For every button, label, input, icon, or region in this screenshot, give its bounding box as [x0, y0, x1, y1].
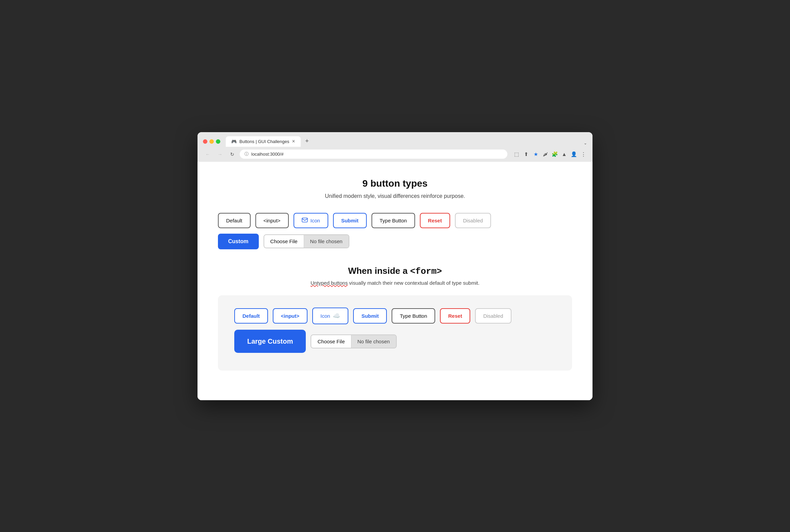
svg-rect-0 — [302, 218, 307, 222]
mail-icon — [302, 217, 308, 224]
icon-button[interactable]: Icon — [294, 213, 328, 228]
button-row-2: Custom Choose File No file chosen — [218, 234, 572, 249]
browser-window: 🎮 Buttons | GUI Challenges ✕ + ⌄ ← → ↻ ⓘ… — [198, 132, 592, 400]
form-icon-button[interactable]: Icon ☁️ — [312, 308, 348, 324]
choose-file-button[interactable]: Choose File — [264, 235, 304, 248]
form-input-button[interactable]: <input> — [273, 308, 307, 324]
type-button-button[interactable]: Type Button — [372, 213, 415, 228]
close-window-button[interactable] — [203, 139, 207, 144]
share-icon[interactable]: ⬆ — [522, 151, 530, 158]
file-input-wrapper: Choose File No file chosen — [264, 234, 349, 248]
bookmark-icon[interactable]: ★ — [532, 151, 539, 158]
button-row-1: Default <input> Icon Submit Type Button … — [218, 213, 572, 228]
extensions-icon[interactable]: 🧩 — [551, 151, 558, 158]
tab-close-button[interactable]: ✕ — [292, 139, 295, 144]
form-button-row-2: Large Custom Choose File No file chosen — [234, 330, 556, 353]
tab-bar: 🎮 Buttons | GUI Challenges ✕ + ⌄ — [226, 136, 587, 147]
forward-button[interactable]: → — [215, 150, 225, 159]
cloud-icon: ☁️ — [333, 312, 340, 320]
extension3-icon[interactable]: ▲ — [560, 151, 568, 158]
file-no-chosen-text: No file chosen — [304, 235, 349, 248]
form-section-title: When inside a <form> — [218, 266, 572, 277]
toolbar-actions: ⬚ ⬆ ★ 🌶 🧩 ▲ 👤 ⋮ — [513, 151, 587, 158]
form-reset-button[interactable]: Reset — [440, 308, 470, 324]
refresh-button[interactable]: ↻ — [227, 150, 237, 159]
page-content: 9 button types Unified modern style, vis… — [198, 162, 592, 400]
maximize-window-button[interactable] — [216, 139, 220, 144]
more-menu-button[interactable]: ⋮ — [580, 151, 587, 158]
input-button[interactable]: <input> — [255, 213, 289, 228]
title-bar: 🎮 Buttons | GUI Challenges ✕ + ⌄ — [198, 132, 592, 147]
form-type-button[interactable]: Type Button — [392, 308, 435, 324]
security-icon: ⓘ — [244, 151, 249, 157]
external-link-icon[interactable]: ⬚ — [513, 151, 520, 158]
extension1-icon[interactable]: 🌶 — [541, 151, 549, 158]
form-choose-file-button[interactable]: Choose File — [311, 335, 351, 348]
custom-button[interactable]: Custom — [218, 234, 259, 249]
active-tab[interactable]: 🎮 Buttons | GUI Challenges ✕ — [226, 136, 301, 147]
form-submit-button[interactable]: Submit — [353, 308, 387, 324]
new-tab-button[interactable]: + — [302, 137, 312, 146]
form-section-subtitle: Untyped buttons visually match their new… — [218, 280, 572, 286]
form-button-row-1: Default <input> Icon ☁️ Submit Type Butt… — [234, 308, 556, 324]
window-menu-button[interactable]: ⌄ — [584, 141, 587, 145]
minimize-window-button[interactable] — [209, 139, 214, 144]
form-file-no-chosen-text: No file chosen — [351, 335, 396, 348]
browser-chrome: 🎮 Buttons | GUI Challenges ✕ + ⌄ ← → ↻ ⓘ… — [198, 132, 592, 162]
disabled-button: Disabled — [455, 213, 491, 228]
address-bar[interactable]: ⓘ localhost:3000/# — [240, 150, 507, 159]
large-custom-button[interactable]: Large Custom — [234, 330, 306, 353]
traffic-lights — [203, 139, 220, 144]
reset-button[interactable]: Reset — [420, 213, 450, 228]
tab-title: Buttons | GUI Challenges — [239, 139, 289, 144]
address-text: localhost:3000/# — [251, 152, 284, 157]
back-button[interactable]: ← — [203, 150, 212, 159]
form-default-button[interactable]: Default — [234, 308, 268, 324]
profile-icon[interactable]: 👤 — [570, 151, 578, 158]
page-title: 9 button types — [218, 178, 572, 189]
tab-favicon-icon: 🎮 — [231, 139, 237, 144]
form-section-box: Default <input> Icon ☁️ Submit Type Butt… — [218, 295, 572, 371]
page-subtitle: Unified modern style, visual differences… — [218, 193, 572, 199]
form-file-input-wrapper: Choose File No file chosen — [311, 334, 396, 348]
default-button[interactable]: Default — [218, 213, 251, 228]
toolbar: ← → ↻ ⓘ localhost:3000/# ⬚ ⬆ ★ 🌶 🧩 ▲ 👤 ⋮ — [198, 147, 592, 162]
form-disabled-button: Disabled — [475, 308, 511, 324]
submit-button[interactable]: Submit — [333, 213, 367, 228]
